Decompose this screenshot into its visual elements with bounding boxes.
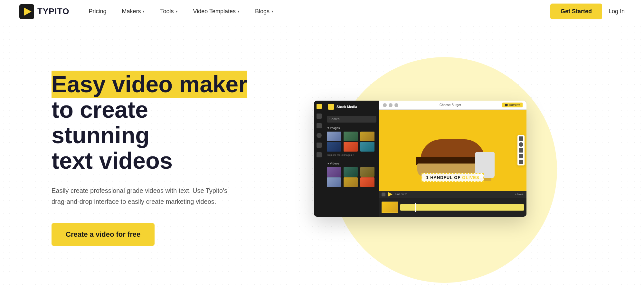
app-timeline: 0:02 / 0:25 + Music <box>379 191 526 217</box>
timeline-time: 0:02 / 0:25 <box>395 193 512 196</box>
video-thumb[interactable] <box>344 177 358 187</box>
video-thumb[interactable] <box>360 167 374 177</box>
tool-1-icon[interactable] <box>519 136 523 141</box>
music-icon <box>317 143 322 148</box>
logo-icon <box>19 4 34 19</box>
arrow-right-icon: › <box>353 154 354 156</box>
app-canvas: 🇺🇸 <box>379 110 526 191</box>
playhead <box>415 203 416 212</box>
hero-title-line3: text videos <box>52 148 173 174</box>
login-button[interactable]: Log In <box>609 8 625 15</box>
nav-pricing[interactable]: Pricing <box>89 8 106 15</box>
image-thumb[interactable] <box>344 132 358 141</box>
videos-section-label: ▾ Videos <box>324 161 379 166</box>
nav-tools[interactable]: Tools ▾ <box>160 8 177 15</box>
caption-icon <box>317 152 322 157</box>
image-thumb[interactable] <box>360 132 374 141</box>
video-thumb[interactable] <box>344 167 358 177</box>
canvas-text-overlay[interactable]: 1 HANDFUL OF OLIVES <box>421 173 484 182</box>
hero-app-preview: Stock Media Search ▾ Images <box>251 101 592 217</box>
app-main-editor: Cheese Burger EXPORT 🇺🇸 <box>379 101 526 217</box>
chevron-down-icon: ▾ <box>271 9 273 14</box>
redo-icon[interactable] <box>389 103 393 107</box>
canvas-tools <box>517 135 525 165</box>
chevron-down-icon: ▾ <box>143 9 145 14</box>
videos-grid <box>324 166 379 188</box>
divider <box>324 159 379 159</box>
video-thumb[interactable] <box>360 177 374 187</box>
cta-button[interactable]: Create a video for free <box>52 223 155 246</box>
hero-section: Easy video maker to create stunning text… <box>0 23 644 288</box>
brand-logo[interactable]: TYPITO <box>19 4 69 19</box>
nav-links: Pricing Makers ▾ Tools ▾ Video Templates… <box>89 8 550 15</box>
export-icon <box>505 104 508 106</box>
nav-actions: Get Started Log In <box>550 4 625 19</box>
image-thumb[interactable] <box>344 142 358 152</box>
text-icon <box>317 123 322 128</box>
layers-icon <box>317 114 322 119</box>
app-sidebar: Stock Media Search ▾ Images <box>324 101 379 217</box>
navbar: TYPITO Pricing Makers ▾ Tools ▾ Video Te… <box>0 0 644 23</box>
nav-video-templates[interactable]: Video Templates ▾ <box>193 8 240 15</box>
topbar-tools <box>383 103 398 107</box>
image-thumb[interactable] <box>360 142 374 152</box>
video-thumb[interactable] <box>327 177 341 187</box>
app-icon-rail <box>314 101 324 217</box>
export-button[interactable]: EXPORT <box>502 103 523 107</box>
preview-inner <box>382 202 398 213</box>
undo-icon[interactable] <box>383 103 387 107</box>
canvas-text-highlight: OLIVES <box>462 175 479 180</box>
app-topbar: Cheese Burger EXPORT <box>379 101 526 110</box>
sidebar-search[interactable]: Search <box>327 116 376 123</box>
tool-3-icon[interactable] <box>519 148 523 153</box>
timeline-loop-icon[interactable] <box>382 193 385 196</box>
tool-2-icon[interactable] <box>519 142 523 147</box>
chevron-down-icon: ▾ <box>176 9 178 14</box>
hero-title: Easy video maker to create stunning text… <box>52 72 251 174</box>
home-icon <box>317 104 322 109</box>
image-thumb[interactable] <box>327 132 341 141</box>
nav-blogs[interactable]: Blogs ▾ <box>255 8 273 15</box>
timeline-controls: 0:02 / 0:25 + Music <box>379 191 526 198</box>
images-section-label: ▾ Images <box>324 125 379 131</box>
shapes-icon <box>317 133 322 138</box>
hero-title-line2: to create stunning <box>52 97 149 148</box>
app-mockup: Stock Media Search ▾ Images <box>314 101 526 217</box>
timeline-preview-thumb <box>382 202 398 213</box>
logo-text: TYPITO <box>37 6 69 16</box>
image-thumb[interactable] <box>327 142 341 152</box>
timeline-track <box>379 198 526 217</box>
sidebar-title: Stock Media <box>336 105 357 109</box>
hero-subtitle: Easily create professional grade videos … <box>52 185 232 207</box>
add-music-button[interactable]: + Music <box>515 193 524 196</box>
project-title: Cheese Burger <box>440 103 461 107</box>
nav-makers[interactable]: Makers ▾ <box>122 8 145 15</box>
sidebar-header: Stock Media <box>324 101 379 113</box>
settings-icon[interactable] <box>394 103 398 107</box>
tool-4-icon[interactable] <box>519 154 523 158</box>
tool-5-icon[interactable] <box>519 160 523 164</box>
hero-left-content: Easy video maker to create stunning text… <box>52 72 251 246</box>
stock-media-icon <box>328 104 334 110</box>
svg-rect-2 <box>22 7 24 16</box>
timeline-bar[interactable] <box>400 204 524 211</box>
explore-more-link[interactable]: Explore more images › <box>324 152 379 158</box>
hero-title-highlight: Easy video maker <box>52 71 247 98</box>
get-started-button[interactable]: Get Started <box>550 4 602 19</box>
play-button[interactable] <box>388 192 393 197</box>
canvas-text-main: 1 HANDFUL OF <box>426 175 462 180</box>
video-thumb[interactable] <box>327 167 341 177</box>
images-grid <box>324 131 379 152</box>
chevron-down-icon: ▾ <box>238 9 240 14</box>
search-placeholder: Search <box>329 117 340 121</box>
